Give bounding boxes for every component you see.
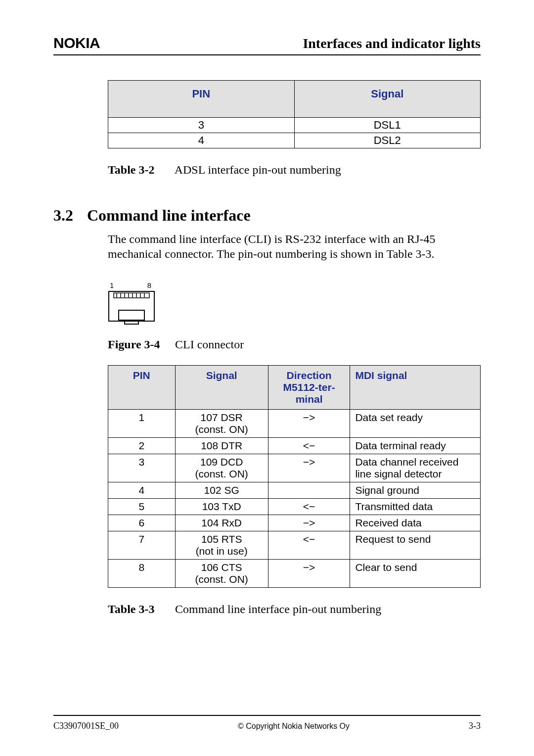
cell-pin: 8 <box>108 560 176 588</box>
section-paragraph: The command line interface (CLI) is RS-2… <box>108 232 481 261</box>
cell-signal: 104 RxD <box>175 515 268 531</box>
table-row: 7 105 RTS(not in use) <− Request to send <box>108 531 481 560</box>
cell-dir: −> <box>268 454 350 482</box>
cell-signal: 102 SG <box>175 482 268 499</box>
table-row: 6 104 RxD −> Received data <box>108 515 481 531</box>
cell-signal: 108 DTR <box>175 438 268 454</box>
cell-pin: 2 <box>108 438 176 454</box>
cli-pinout-table: PIN Signal Direction M5112-ter- minal MD… <box>108 365 481 588</box>
pin-label-1: 1 <box>110 281 114 289</box>
caption-label: Table 3-2 <box>108 163 172 177</box>
section-heading: 3.2 Command line interface <box>53 206 481 225</box>
cell-mdi: Transmitted data <box>350 499 481 515</box>
adsl-pinout-table: PIN Signal 3 DSL1 4 DSL2 <box>108 80 481 148</box>
cell-signal: DSL1 <box>294 118 481 133</box>
cell-mdi: Received data <box>350 515 481 531</box>
cell-dir: <− <box>268 438 350 454</box>
cell-pin: 5 <box>108 499 176 515</box>
th-signal: Signal <box>175 366 268 410</box>
svg-rect-0 <box>109 291 154 321</box>
cell-dir: −> <box>268 410 350 438</box>
caption-label: Table 3-3 <box>108 603 172 616</box>
section-number: 3.2 <box>53 206 73 225</box>
section-title: Command line interface <box>87 206 251 225</box>
cell-mdi: Signal ground <box>350 482 481 499</box>
table-row: 8 106 CTS(const. ON) −> Clear to send <box>108 560 481 588</box>
table-row: 3 109 DCD(const. ON) −> Data channel rec… <box>108 454 481 482</box>
pin-label-8: 8 <box>147 281 151 289</box>
brand-logo: NOKIA <box>53 35 100 51</box>
copyright: © Copyright Nokia Networks Oy <box>238 722 350 731</box>
table-row: 5 103 TxD <− Transmitted data <box>108 499 481 515</box>
cell-mdi: Data set ready <box>350 410 481 438</box>
table-row: 3 DSL1 <box>108 118 481 133</box>
cell-pin: 3 <box>108 118 295 133</box>
th-direction: Direction M5112-ter- minal <box>268 366 350 410</box>
cell-mdi: Request to send <box>350 531 481 560</box>
figure-caption: Figure 3-4 CLI connector <box>108 338 481 351</box>
caption-text: ADSL interface pin-out numbering <box>175 163 341 176</box>
table-row: 1 107 DSR(const. ON) −> Data set ready <box>108 410 481 438</box>
table-caption: Table 3-3 Command line interface pin-out… <box>108 603 481 616</box>
cell-dir: −> <box>268 560 350 588</box>
figure-caption-text: CLI connector <box>175 338 244 351</box>
cell-signal: 109 DCD(const. ON) <box>175 454 268 482</box>
table-row: 4 102 SG Signal ground <box>108 482 481 499</box>
cell-signal: 105 RTS(not in use) <box>175 531 268 560</box>
th-pin: PIN <box>108 81 295 118</box>
cell-signal: 103 TxD <box>175 499 268 515</box>
caption-text: Command line interface pin-out numbering <box>175 603 381 615</box>
table-row: 4 DSL2 <box>108 133 481 148</box>
cell-dir <box>268 482 350 499</box>
cell-dir: <− <box>268 499 350 515</box>
cell-pin: 4 <box>108 482 176 499</box>
cell-pin: 1 <box>108 410 176 438</box>
rj45-connector-icon <box>108 290 155 325</box>
table-row: 2 108 DTR <− Data terminal ready <box>108 438 481 454</box>
cell-pin: 7 <box>108 531 176 560</box>
svg-rect-10 <box>119 310 144 320</box>
figure-caption-label: Figure 3-4 <box>108 338 172 351</box>
page-number: 3-3 <box>469 721 481 731</box>
cell-signal: 106 CTS(const. ON) <box>175 560 268 588</box>
cell-dir: −> <box>268 515 350 531</box>
svg-rect-1 <box>114 293 149 298</box>
th-pin: PIN <box>108 366 176 410</box>
doc-id: C33907001SE_00 <box>53 721 119 731</box>
cli-connector-figure: 1 8 <box>108 281 481 327</box>
cell-dir: <− <box>268 531 350 560</box>
th-signal: Signal <box>294 81 481 118</box>
th-mdi: MDI signal <box>350 366 481 410</box>
cell-signal: 107 DSR(const. ON) <box>175 410 268 438</box>
table-caption: Table 3-2 ADSL interface pin-out numberi… <box>108 163 481 177</box>
cell-mdi: Data terminal ready <box>350 438 481 454</box>
cell-pin: 4 <box>108 133 295 148</box>
cell-pin: 6 <box>108 515 176 531</box>
cell-signal: DSL2 <box>294 133 481 148</box>
cell-pin: 3 <box>108 454 176 482</box>
chapter-title: Interfaces and indicator lights <box>303 36 481 51</box>
page-header: NOKIA Interfaces and indicator lights <box>53 35 481 55</box>
page-footer: C33907001SE_00 © Copyright Nokia Network… <box>53 715 481 731</box>
cell-mdi: Data channel received line signal detect… <box>350 454 481 482</box>
cell-mdi: Clear to send <box>350 560 481 588</box>
